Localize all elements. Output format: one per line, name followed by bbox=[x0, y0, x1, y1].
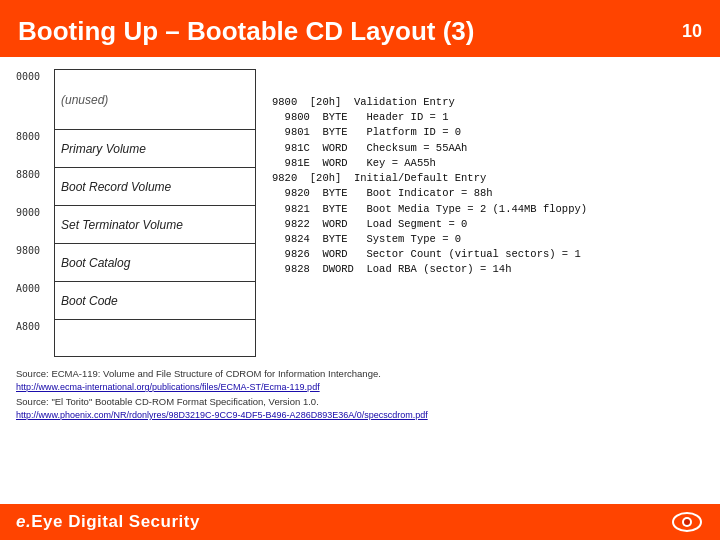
addr-9800: 9800 bbox=[16, 243, 54, 256]
code-area: 9800 [20h] Validation Entry 9800 BYTE He… bbox=[272, 69, 704, 357]
block-unused: (unused) bbox=[54, 69, 256, 129]
source-2-url: http://www.phoenix.com/NR/rdonlyres/98D3… bbox=[16, 409, 704, 423]
code-line-3: 9801 BYTE Platform ID = 0 bbox=[272, 125, 704, 140]
addr-row-A000: A000 Boot Code bbox=[16, 281, 256, 319]
footer-eye-icon bbox=[670, 505, 704, 539]
addr-row-8800: 8800 Boot Record Volume bbox=[16, 167, 256, 205]
addr-A800: A800 bbox=[16, 319, 54, 332]
addr-row-A800: A800 bbox=[16, 319, 256, 357]
addr-row-9000: 9000 Set Terminator Volume bbox=[16, 205, 256, 243]
code-line-8: 9821 BYTE Boot Media Type = 2 (1.44MB fl… bbox=[272, 202, 704, 217]
sources: Source: ECMA-119: Volume and File Struct… bbox=[0, 363, 720, 427]
code-line-5: 981E WORD Key = AA55h bbox=[272, 156, 704, 171]
footer-logo: e.Eye Digital Security bbox=[16, 512, 200, 532]
addr-row-9800: 9800 Boot Catalog bbox=[16, 243, 256, 281]
addr-row-0000: 0000 (unused) bbox=[16, 69, 256, 129]
code-line-6: 9820 [20h] Initial/Default Entry bbox=[272, 171, 704, 186]
code-line-1: 9800 [20h] Validation Entry bbox=[272, 95, 704, 110]
code-line-12: 9828 DWORD Load RBA (sector) = 14h bbox=[272, 262, 704, 277]
header: Booting Up – Bootable CD Layout (3) 10 bbox=[0, 6, 720, 57]
footer: e.Eye Digital Security bbox=[0, 504, 720, 540]
diagram-labels: 0000 (unused) 8000 Primary Volume 8800 B… bbox=[16, 69, 256, 357]
block-primary-volume: Primary Volume bbox=[54, 129, 256, 167]
source-1-url: http://www.ecma-international.org/public… bbox=[16, 381, 704, 395]
addr-8800: 8800 bbox=[16, 167, 54, 180]
block-last bbox=[54, 319, 256, 357]
slide-title: Booting Up – Bootable CD Layout (3) bbox=[18, 16, 474, 47]
code-line-11: 9826 WORD Sector Count (virtual sectors)… bbox=[272, 247, 704, 262]
addr-9000: 9000 bbox=[16, 205, 54, 218]
source-2-label: Source: "El Torito" Bootable CD-ROM Form… bbox=[16, 395, 704, 409]
block-boot-record-volume: Boot Record Volume bbox=[54, 167, 256, 205]
eye-graphic bbox=[672, 511, 702, 533]
block-boot-catalog: Boot Catalog bbox=[54, 243, 256, 281]
addr-8000: 8000 bbox=[16, 129, 54, 142]
code-line-7: 9820 BYTE Boot Indicator = 88h bbox=[272, 186, 704, 201]
svg-point-2 bbox=[684, 519, 690, 525]
code-line-9: 9822 WORD Load Segment = 0 bbox=[272, 217, 704, 232]
addr-A000: A000 bbox=[16, 281, 54, 294]
source-1-label: Source: ECMA-119: Volume and File Struct… bbox=[16, 367, 704, 381]
addr-row-8000: 8000 Primary Volume bbox=[16, 129, 256, 167]
slide-number: 10 bbox=[682, 21, 702, 42]
code-line-4: 981C WORD Checksum = 55AAh bbox=[272, 141, 704, 156]
code-line-2: 9800 BYTE Header ID = 1 bbox=[272, 110, 704, 125]
block-boot-code: Boot Code bbox=[54, 281, 256, 319]
code-line-10: 9824 BYTE System Type = 0 bbox=[272, 232, 704, 247]
block-set-terminator: Set Terminator Volume bbox=[54, 205, 256, 243]
diagram-area: 0000 (unused) 8000 Primary Volume 8800 B… bbox=[16, 69, 256, 357]
main-content: 0000 (unused) 8000 Primary Volume 8800 B… bbox=[0, 57, 720, 363]
addr-0000: 0000 bbox=[16, 69, 54, 82]
